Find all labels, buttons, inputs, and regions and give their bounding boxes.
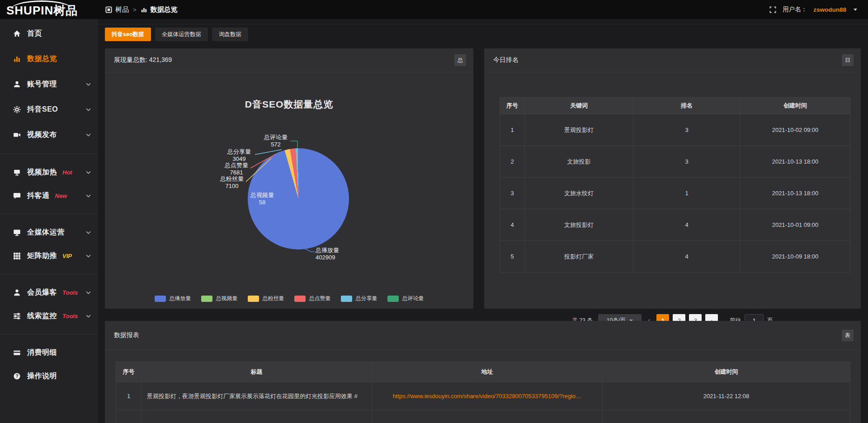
question-circle-icon: ?: [12, 372, 21, 380]
chevron-down-icon: [86, 291, 91, 294]
sidebar: 首页 数据总览 账号管理 抖音SEO 视频发布 视频加热 Hot: [0, 19, 98, 423]
sidebar-item-lead-monitor[interactable]: 线索监控 Tools: [0, 304, 98, 328]
ranking-panel: 今日排名 日 序号 关键词 排名 创建时间: [484, 48, 861, 309]
new-badge: New: [55, 193, 67, 199]
cell-keyword: 文旅投影灯: [525, 209, 633, 241]
cell-url: https://www.iesdouyin.com/share/video/70…: [372, 382, 603, 410]
sidebar-item-label: 矩阵助推: [27, 251, 57, 261]
monitor-icon: [12, 229, 21, 236]
day-toggle-button[interactable]: 日: [842, 54, 854, 66]
legend-swatch: [248, 296, 259, 302]
legend-swatch: [201, 296, 212, 302]
legend-item-total-fans[interactable]: 总粉丝量: [248, 295, 284, 302]
table-row: 1 景观投影灯 3 2021-10-02 09:00: [500, 114, 850, 146]
pie-label-name: 总播放量: [316, 247, 339, 254]
sidebar-item-doukerong[interactable]: 抖客通 New: [0, 184, 98, 207]
sidebar-item-member-burst[interactable]: 会员爆客 Tools: [0, 281, 98, 304]
cell-rank: 4: [633, 241, 741, 273]
sidebar-item-video-publish[interactable]: 视频发布: [0, 122, 98, 147]
sidebar-item-help[interactable]: ? 操作说明: [0, 364, 98, 388]
col-header-created: 创建时间: [603, 362, 850, 382]
report-table: 序号 标题 地址 创建时间 1 景观投影灯，夜游景观投影灯厂家展示展示落花灯在花…: [116, 362, 850, 423]
table-toggle-button[interactable]: 表: [842, 329, 854, 341]
sidebar-item-data-overview[interactable]: 数据总览: [0, 46, 98, 71]
cell-rank: 4: [633, 209, 741, 241]
ranking-panel-title: 今日排名: [493, 56, 519, 64]
col-header-rank: 排名: [633, 98, 741, 114]
col-header-index: 序号: [500, 98, 525, 114]
pie-label-total-comments: 总评论量 572: [262, 134, 289, 148]
sidebar-item-label: 视频加热: [27, 168, 57, 177]
ranking-panel-body: 序号 关键词 排名 创建时间 1 景观投影灯 3 2021-10: [484, 97, 861, 273]
sidebar-item-label: 抖音SEO: [27, 105, 58, 114]
tab-omnimedia-data[interactable]: 全媒体运营数据: [155, 28, 208, 41]
chevron-down-icon: [86, 194, 91, 197]
cell-keyword: 景观投影灯: [525, 114, 633, 146]
pie-label-name: 总评论量: [264, 134, 288, 141]
overview-total-label: 展现量总数: 421,369: [114, 56, 172, 64]
sidebar-item-home[interactable]: 首页: [0, 21, 98, 46]
total-toggle-button[interactable]: 总: [454, 54, 466, 66]
overview-panel: 展现量总数: 421,369 总 D音SEO数据量总览 总评论量: [105, 48, 473, 309]
sidebar-item-label: 视频发布: [27, 130, 57, 140]
chat-bubble-icon: [12, 192, 21, 200]
main-content: 抖音seo数据 全媒体运营数据 询盘数据 展现量总数: 421,369 总 D音…: [98, 19, 868, 423]
sidebar-item-account[interactable]: 账号管理: [0, 71, 98, 97]
chevron-down-icon[interactable]: [854, 9, 857, 11]
sidebar-item-label: 抖客通: [27, 191, 50, 201]
sidebar-item-label: 首页: [27, 29, 42, 38]
sidebar-item-label: 会员爆客: [27, 288, 57, 297]
fullscreen-icon[interactable]: [769, 6, 776, 13]
tools-badge: Tools: [62, 289, 78, 296]
cell-keyword: 文旅投影: [525, 146, 633, 178]
video-link[interactable]: https://www.iesdouyin.com/share/video/70…: [393, 393, 582, 400]
sidebar-item-label: 账号管理: [27, 80, 57, 89]
username-value[interactable]: zswodun88: [813, 6, 846, 13]
pie-legend: 总播放量 总视频量 总粉丝量 总点赞量: [105, 295, 473, 302]
legend-item-total-plays[interactable]: 总播放量: [155, 295, 191, 302]
sidebar-item-video-heat[interactable]: 视频加热 Hot: [0, 160, 98, 184]
cell-index: 1: [500, 114, 525, 146]
breadcrumb: 树品 > 数据总览: [105, 5, 178, 14]
pie-label-name: 总粉丝量: [220, 175, 244, 183]
tab-douyin-seo-data[interactable]: 抖音seo数据: [105, 28, 151, 41]
cell-index: 3: [500, 178, 525, 209]
pie-label-value: 572: [271, 141, 281, 148]
col-header-url: 地址: [372, 362, 603, 382]
cell-index: 5: [500, 241, 525, 273]
chevron-down-icon: [86, 231, 91, 234]
topbar-right: 用户名： zswodun88: [769, 5, 868, 14]
legend-label: 总评论量: [402, 295, 424, 302]
chevron-down-icon: [86, 83, 91, 86]
col-header-index: 序号: [116, 362, 142, 382]
cell-index: 4: [500, 209, 525, 241]
cell-index: 1: [116, 382, 142, 410]
tab-inquiry-data[interactable]: 询盘数据: [212, 28, 248, 41]
legend-item-total-shares[interactable]: 总分享量: [341, 295, 377, 302]
pie-label-total-plays: 总播放量 402909: [316, 247, 349, 261]
chevron-down-icon: [86, 133, 91, 136]
sidebar-item-label: 操作说明: [27, 371, 57, 381]
sidebar-item-douyin-seo[interactable]: 抖音SEO: [0, 97, 98, 122]
grid-icon: [12, 252, 21, 260]
cell-created: 2021-11-22 12:08: [603, 382, 850, 410]
table-row: 2 文旅投影 3 2021-10-13 18:00: [500, 146, 850, 178]
legend-item-total-videos[interactable]: 总视频量: [201, 295, 238, 302]
sidebar-item-expense-detail[interactable]: 消费明细: [0, 341, 98, 364]
member-icon: [12, 289, 21, 296]
app-box-icon: [105, 6, 112, 13]
legend-item-total-likes[interactable]: 总点赞量: [294, 295, 331, 302]
sidebar-item-omnimedia[interactable]: 全媒体运营: [0, 221, 98, 244]
pie-label-name: 总视频量: [250, 192, 274, 199]
sidebar-divider: [0, 274, 98, 274]
cell-created: 2021-10-02 09:00: [741, 114, 850, 146]
sidebar-item-label: 消费明细: [27, 348, 57, 357]
legend-item-total-comments[interactable]: 总评论量: [387, 295, 424, 302]
sidebar-item-matrix-boost[interactable]: 矩阵助推 VIP: [0, 244, 98, 268]
breadcrumb-current[interactable]: 数据总览: [151, 5, 178, 14]
sidebar-item-label: 数据总览: [27, 54, 57, 64]
username-label: 用户名：: [783, 5, 807, 14]
legend-swatch: [155, 296, 166, 302]
breadcrumb-separator: >: [132, 6, 137, 13]
breadcrumb-root[interactable]: 树品: [115, 5, 129, 14]
